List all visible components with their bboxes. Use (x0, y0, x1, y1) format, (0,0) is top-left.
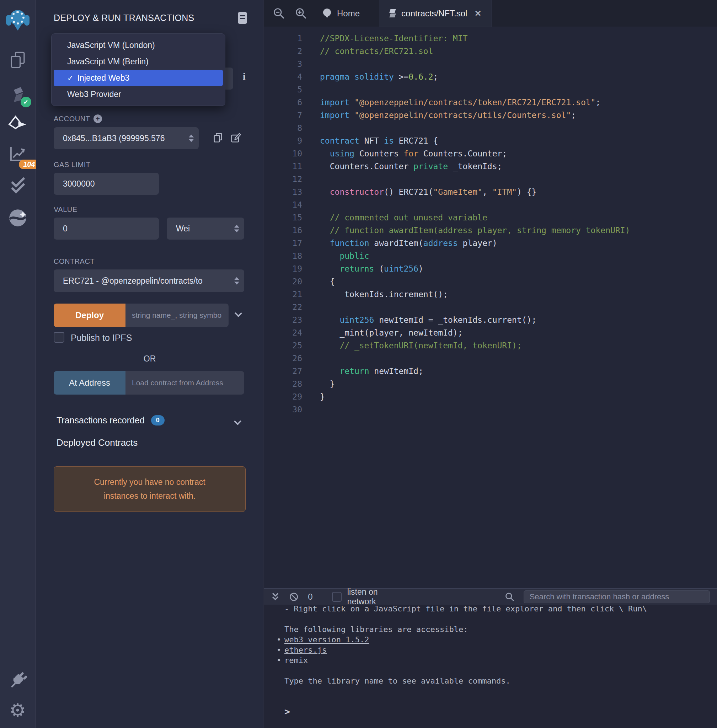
publish-ipfs-label: Publish to IPFS (71, 333, 132, 343)
selected-check-icon: ✓ (67, 74, 73, 82)
at-address-input[interactable] (125, 371, 244, 395)
plugin-manager-icon[interactable] (8, 670, 27, 690)
at-address-button[interactable]: At Address (54, 371, 125, 395)
code-line: 2// contracts/ERC721.sol (264, 45, 717, 58)
code-line: 8 (264, 122, 717, 134)
code-line: 12 (264, 173, 717, 186)
no-instances-warning: Currently you have no contract instances… (54, 466, 246, 512)
code-line: 3 (264, 58, 717, 70)
account-value: 0x845...B1aB3 (999995.576 (63, 134, 165, 143)
gas-limit-label: GAS LIMIT (54, 161, 90, 169)
code-line: 15 // commented out unused variable (264, 211, 717, 224)
code-editor[interactable]: 1//SPDX-License-Identifier: MIT2// contr… (264, 27, 717, 588)
code-line: 26 (264, 352, 717, 365)
code-line: 7import "@openzeppelin/contracts/utils/C… (264, 109, 717, 122)
gas-limit-value: 3000000 (63, 179, 95, 189)
remix-ide-window: ✓ 104 (0, 0, 717, 728)
account-select[interactable]: 0x845...B1aB3 (999995.576 (54, 127, 199, 149)
code-line: 14 (264, 198, 717, 211)
file-explorer-icon[interactable] (9, 50, 27, 72)
contract-label: CONTRACT (54, 257, 95, 266)
remix-mini-logo-icon (322, 9, 332, 18)
terminal-line (284, 614, 717, 624)
transactions-recorded-row[interactable]: Transactions recorded 0 (56, 415, 165, 426)
copy-account-icon[interactable] (212, 132, 224, 143)
account-stepper[interactable] (189, 135, 194, 142)
compile-success-badge: ✓ (21, 97, 31, 107)
terminal-toolbar: 0 listen on network (264, 588, 717, 604)
deploy-panel: DEPLOY & RUN TRANSACTIONS i JavaScript V… (36, 0, 263, 728)
tab-nft-sol[interactable]: contracts/NFT.sol ✕ (379, 0, 492, 27)
contract-stepper[interactable] (234, 277, 239, 285)
solidity-compiler-icon[interactable]: ✓ (9, 85, 27, 104)
code-line: 9contract NFT is ERC721 { (264, 134, 717, 147)
env-option-javascript-vm-london-[interactable]: JavaScript VM (London) (52, 37, 225, 53)
collapse-terminal-icon[interactable] (271, 592, 280, 602)
code-line: 10 using Counters for Counters.Counter; (264, 147, 717, 160)
terminal-link-line[interactable]: •web3 version 1.5.2 (284, 635, 717, 645)
transactions-count-badge: 0 (151, 415, 165, 426)
static-analysis-icon[interactable] (8, 175, 28, 198)
gas-limit-input[interactable]: 3000000 (54, 173, 159, 195)
tab-bar: Home contracts/NFT.sol ✕ (264, 0, 717, 27)
value-input[interactable]: 0 (54, 218, 159, 240)
terminal-line: •remix (284, 655, 717, 665)
documentation-icon[interactable] (238, 12, 247, 24)
analytics-icon[interactable]: 104 (8, 143, 27, 163)
activity-bar: ✓ 104 (0, 0, 35, 728)
code-line: 17 function awardItem(address player) (264, 237, 717, 250)
environment-dropdown: JavaScript VM (London)JavaScript VM (Ber… (51, 34, 225, 106)
unit-stepper[interactable] (234, 225, 239, 232)
value-amount: 0 (63, 224, 67, 234)
editor-area: Home contracts/NFT.sol ✕ 1//SPDX-License… (264, 0, 717, 728)
env-option-javascript-vm-berlin-[interactable]: JavaScript VM (Berlin) (52, 53, 225, 70)
code-line: 30 (264, 403, 717, 416)
value-unit-select[interactable]: Wei (167, 218, 244, 240)
transactions-chevron-icon[interactable] (234, 418, 241, 425)
terminal: 0 listen on network - Right click on a J… (264, 588, 717, 728)
environment-info-icon[interactable]: i (243, 71, 246, 82)
code-line: 21 _tokenIds.increment(); (264, 288, 717, 301)
listen-network-label: listen on network (347, 587, 407, 606)
code-line: 11 Counters.Counter private _tokenIds; (264, 160, 717, 173)
listen-network-checkbox[interactable] (332, 592, 342, 602)
terminal-output[interactable]: - Right click on a JavaScript file in th… (264, 604, 717, 717)
env-option-injected-web3[interactable]: ✓Injected Web3 (54, 70, 223, 86)
clear-console-icon[interactable] (289, 592, 299, 602)
code-line: 27 return newItemId; (264, 365, 717, 377)
contract-select[interactable]: ERC721 - @openzeppelin/contracts/to (54, 269, 244, 292)
zoom-out-icon[interactable] (268, 0, 290, 27)
terminal-line: Type the library name to see available c… (284, 676, 717, 686)
terminal-search-input[interactable] (523, 591, 710, 603)
terminal-line: The following libraries are accessible: (284, 624, 717, 635)
bullet: • (276, 645, 284, 655)
deploy-button[interactable]: Deploy (54, 304, 125, 327)
sign-message-icon[interactable] (230, 132, 241, 143)
constructor-args-input[interactable] (125, 304, 229, 327)
code-line: 29} (264, 390, 717, 403)
debugger-icon[interactable] (8, 208, 27, 229)
remix-logo[interactable] (6, 9, 29, 33)
add-account-icon[interactable]: + (93, 114, 102, 123)
terminal-prompt[interactable]: > (284, 706, 717, 717)
expand-deploy-chevron-icon[interactable] (235, 310, 242, 317)
panel-title: DEPLOY & RUN TRANSACTIONS (54, 13, 194, 23)
code-line: 18 public (264, 250, 717, 263)
code-line: 19 returns (uint256) (264, 263, 717, 275)
search-icon (505, 592, 514, 602)
code-line: 16 // function awardItem(address player,… (264, 224, 717, 237)
code-line: 23 uint256 newItemId = _tokenIds.current… (264, 313, 717, 326)
env-option-web3-provider[interactable]: Web3 Provider (52, 86, 225, 102)
terminal-link-line[interactable]: •ethers.js (284, 645, 717, 655)
tab-home[interactable]: Home (312, 0, 370, 27)
remix-logo-icon (6, 9, 29, 33)
tab-home-label: Home (337, 9, 360, 18)
settings-gear-icon[interactable]: ⚙ (9, 701, 26, 719)
terminal-line (284, 665, 717, 676)
deploy-run-icon[interactable] (8, 114, 27, 136)
close-tab-icon[interactable]: ✕ (474, 9, 481, 18)
code-line: 6import "@openzeppelin/contracts/token/E… (264, 96, 717, 109)
zoom-in-icon[interactable] (290, 0, 312, 27)
value-unit: Wei (176, 224, 190, 234)
publish-ipfs-checkbox[interactable] (54, 332, 64, 343)
